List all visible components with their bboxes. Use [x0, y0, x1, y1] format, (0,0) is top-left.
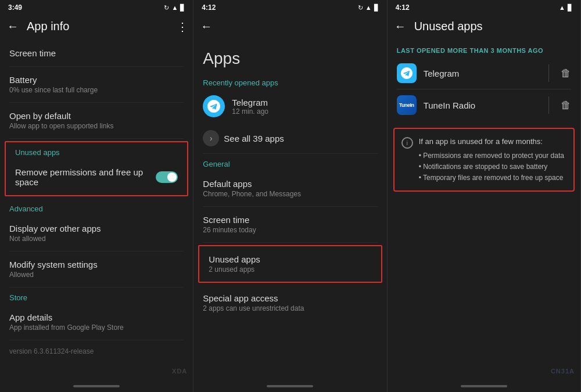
- screen-time-title-2: Screen time: [203, 215, 377, 225]
- chevron-right-icon: ›: [203, 130, 219, 146]
- bottom-bar-3: [388, 380, 580, 392]
- status-time-2: 4:12: [202, 3, 216, 12]
- sidebar-item-battery[interactable]: Battery 0% use since last full charge: [0, 67, 193, 102]
- unused-apps-section-label: Unused apps: [6, 142, 187, 159]
- sync-icon-2: ↻: [358, 4, 363, 12]
- info-text-content: If an app is unused for a few months: • …: [419, 136, 564, 184]
- info-heading: If an app is unused for a few months:: [419, 136, 564, 148]
- top-bar-1: ← App info ⋮: [0, 14, 193, 40]
- unused-apps-toggle-row[interactable]: Remove permissions and free up space: [6, 159, 187, 195]
- unused-app-tunein[interactable]: TuneIn TuneIn Radio 🗑: [388, 89, 580, 121]
- telegram-unused-icon: [397, 63, 417, 83]
- watermark-1: XDA: [172, 368, 187, 375]
- back-button-1[interactable]: ←: [5, 17, 21, 35]
- overflow-menu-1[interactable]: ⋮: [177, 20, 188, 34]
- recently-opened-label: Recently opened apps: [193, 73, 386, 89]
- status-bar-2: 4:12 ↻ ▲ ▊: [193, 0, 386, 14]
- status-time-1: 3:49: [8, 3, 22, 12]
- screen-time-subtitle-2: 26 minutes today: [203, 226, 377, 234]
- telegram-name: Telegram: [232, 98, 377, 107]
- unused-apps-info-box: i If an app is unused for a few months: …: [393, 128, 575, 192]
- screen-time-title: Screen time: [9, 48, 184, 58]
- page-title-3: Unused apps: [414, 20, 576, 33]
- panel-app-info: 3:49 ↻ ▲ ▊ ← App info ⋮ Screen time Batt…: [0, 0, 193, 392]
- info-bullet-2: • Notifications are stopped to save batt…: [419, 161, 564, 172]
- sidebar-item-display-over[interactable]: Display over other apps Not allowed: [0, 215, 193, 251]
- panel-apps: 4:12 ↻ ▲ ▊ ← Apps Recently opened apps T…: [193, 0, 387, 392]
- sidebar-item-modify-system[interactable]: Modify system settings Allowed: [0, 251, 193, 287]
- wifi-icon-3: ▲: [559, 4, 565, 11]
- page-title-1: App info: [27, 20, 171, 33]
- info-bullet-1: • Permissions are removed to protect you…: [419, 150, 564, 161]
- tunein-unused-name: TuneIn Radio: [424, 100, 537, 110]
- unused-apps-subtitle: 2 unused apps: [209, 265, 371, 274]
- tunein-delete-button[interactable]: 🗑: [561, 99, 571, 112]
- app-details-subtitle: App installed from Google Play Store: [9, 323, 184, 332]
- modify-system-title: Modify system settings: [9, 260, 184, 269]
- back-button-2[interactable]: ←: [198, 17, 214, 35]
- watermark-3: CN31A: [551, 368, 575, 375]
- special-access-title: Special app access: [203, 293, 377, 303]
- telegram-app-icon: [203, 95, 225, 117]
- advanced-section-label: Advanced: [0, 199, 193, 215]
- panel-unused-apps: 4:12 ▲ ▊ ← Unused apps LAST OPENED MORE …: [388, 0, 581, 392]
- battery-icon: ▊: [180, 4, 185, 12]
- wifi-icon-2: ▲: [365, 4, 372, 11]
- panel2-content: Apps Recently opened apps Telegram 12 mi…: [193, 40, 386, 380]
- sidebar-item-screen-time[interactable]: Screen time: [0, 40, 193, 66]
- top-bar-3: ← Unused apps: [388, 14, 580, 40]
- see-all-label: See all 39 apps: [224, 134, 284, 143]
- apps-main-title: Apps: [193, 40, 386, 73]
- divider: [9, 138, 184, 139]
- sidebar-item-screen-time-2[interactable]: Screen time 26 minutes today: [193, 207, 386, 242]
- sidebar-item-unused-apps[interactable]: Unused apps 2 unused apps: [199, 246, 381, 282]
- battery-title: Battery: [9, 75, 184, 85]
- row-separator-1: [548, 64, 549, 82]
- display-over-subtitle: Not allowed: [9, 235, 184, 243]
- open-by-default-subtitle: Allow app to open supported links: [9, 122, 184, 130]
- display-over-title: Display over other apps: [9, 224, 184, 233]
- battery-subtitle: 0% use since last full charge: [9, 86, 184, 94]
- default-apps-title: Default apps: [203, 179, 377, 189]
- general-section-label: General: [193, 154, 386, 171]
- top-bar-2: ←: [193, 14, 386, 40]
- app-item-telegram[interactable]: Telegram 12 min. ago: [193, 89, 386, 123]
- tunein-unused-icon: TuneIn: [397, 95, 417, 115]
- status-icons-3: ▲ ▊: [559, 4, 572, 12]
- telegram-delete-button[interactable]: 🗑: [561, 67, 571, 80]
- battery-icon-3: ▊: [568, 4, 572, 12]
- sidebar-item-default-apps[interactable]: Default apps Chrome, Phone, and Messages: [193, 171, 386, 206]
- special-access-subtitle: 2 apps can use unrestricted data: [203, 304, 377, 312]
- nav-pill-3: [461, 385, 507, 387]
- telegram-info: Telegram 12 min. ago: [232, 98, 377, 116]
- sidebar-item-special-access[interactable]: Special app access 2 apps can use unrest…: [193, 285, 386, 321]
- unused-apps-toggle-switch[interactable]: [156, 171, 178, 183]
- sidebar-item-app-details[interactable]: App details App installed from Google Pl…: [0, 304, 193, 340]
- unused-apps-highlight-box-2[interactable]: Unused apps 2 unused apps: [198, 245, 382, 283]
- modify-system-subtitle: Allowed: [9, 271, 184, 279]
- panel1-content: Screen time Battery 0% use since last fu…: [0, 40, 193, 380]
- unused-apps-title: Unused apps: [209, 254, 371, 264]
- unused-app-telegram[interactable]: Telegram 🗑: [388, 57, 580, 89]
- sync-icon: ↻: [164, 4, 169, 12]
- info-bullet-3: • Temporary files are removed to free up…: [419, 172, 564, 184]
- see-all-apps-item[interactable]: › See all 39 apps: [193, 123, 386, 153]
- unused-apps-toggle-label: Remove permissions and free up space: [15, 167, 156, 187]
- version-text: version 6.3.611324-release: [0, 340, 193, 362]
- app-details-title: App details: [9, 312, 184, 322]
- status-bar-1: 3:49 ↻ ▲ ▊: [0, 0, 193, 14]
- status-icons-2: ↻ ▲ ▊: [358, 4, 379, 12]
- status-icons-1: ↻ ▲ ▊: [164, 4, 185, 12]
- back-button-3[interactable]: ←: [392, 17, 408, 35]
- store-section-label: Store: [0, 287, 193, 304]
- sidebar-item-open-by-default[interactable]: Open by default Allow app to open suppor…: [0, 103, 193, 138]
- divider: [203, 242, 377, 243]
- telegram-unused-name: Telegram: [424, 69, 537, 78]
- default-apps-subtitle: Chrome, Phone, and Messages: [203, 190, 377, 198]
- status-time-3: 4:12: [396, 3, 410, 12]
- tunein-icon-text: TuneIn: [399, 102, 414, 108]
- nav-pill-1: [73, 385, 120, 387]
- unused-section-label-3: LAST OPENED MORE THAN 3 MONTHS AGO: [388, 40, 580, 57]
- unused-apps-highlight-box: Unused apps Remove permissions and free …: [5, 141, 188, 196]
- bottom-bar-2: [193, 380, 386, 392]
